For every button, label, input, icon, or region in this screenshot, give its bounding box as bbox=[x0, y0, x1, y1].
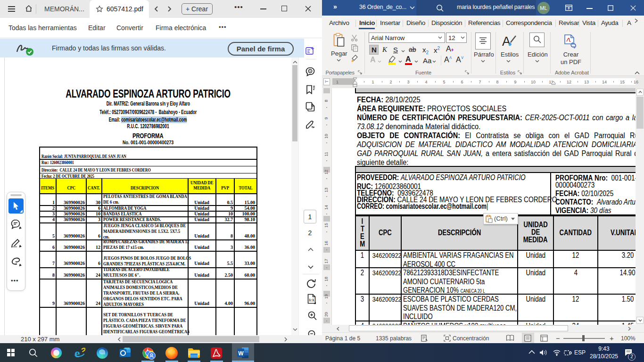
svg-text:W: W bbox=[238, 350, 244, 357]
svg-text:1:1: 1:1 bbox=[309, 298, 314, 302]
svg-text:e: e bbox=[74, 347, 80, 359]
svg-text:A: A bbox=[502, 34, 511, 49]
